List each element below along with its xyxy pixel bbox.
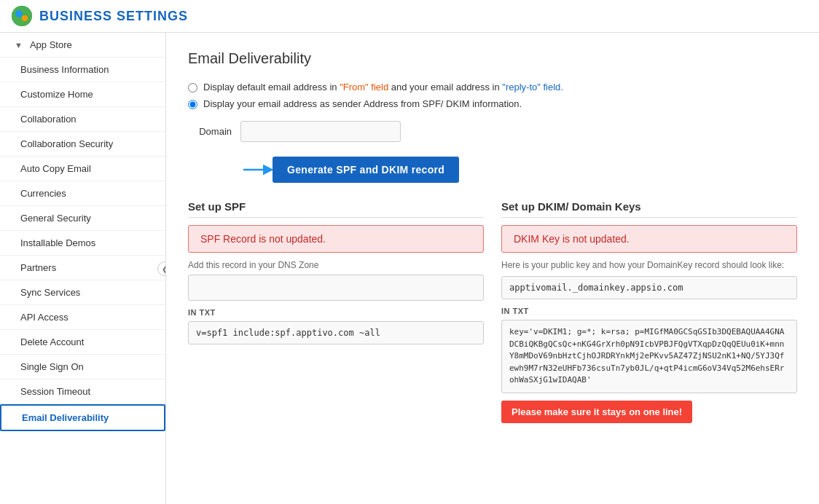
spf-dns-label: Add this record in your DNS Zone	[188, 260, 484, 270]
sidebar-item-label: Currencies	[15, 188, 66, 199]
sidebar-item-label: Auto Copy Email	[15, 163, 91, 174]
sidebar-item-single-sign-on[interactable]: Single Sign On	[0, 355, 165, 379]
app-title: BUSINESS SETTINGS	[39, 9, 188, 24]
sidebar-item-label: Customize Home	[15, 89, 93, 100]
sidebar-item-business-information[interactable]: Business Information	[0, 58, 165, 82]
sidebar-item-label: Collaboration Security	[15, 138, 113, 149]
radio-option1-label: Display default email address in "From" …	[203, 82, 563, 92]
spf-in-txt-label: IN TXT	[188, 308, 484, 317]
sidebar-item-label: App Store	[30, 39, 72, 50]
sidebar-item-label: General Security	[15, 213, 91, 224]
sidebar-item-general-security[interactable]: General Security	[0, 206, 165, 231]
arrow-icon	[240, 157, 273, 183]
sidebar-item-email-deliverability[interactable]: Email Deliverability	[0, 404, 165, 431]
sidebar-item-sync-services[interactable]: Sync Services	[0, 280, 165, 305]
sidebar-item-collaboration-security[interactable]: Collaboration Security	[0, 132, 165, 157]
chevron-down-icon: ▼	[15, 41, 23, 50]
generate-btn[interactable]: Generate SPF and DKIM record	[273, 157, 459, 183]
sidebar-item-label: Sync Services	[15, 287, 80, 298]
sidebar-item-label: Email Deliverability	[16, 412, 109, 423]
sidebar-item-session-timeout[interactable]: Session Timeout	[0, 379, 165, 404]
svg-point-1	[15, 10, 23, 17]
header: BUSINESS SETTINGS	[0, 0, 819, 33]
domain-row: Domain	[188, 121, 797, 142]
spf-error-box: SPF Record is not updated.	[188, 225, 484, 253]
logo	[12, 6, 32, 26]
radio-option2-row: Display your email address as sender Add…	[188, 98, 797, 109]
sidebar-item-installable-demos[interactable]: Installable Demos	[0, 231, 165, 256]
sidebar: ▼App StoreBusiness InformationCustomize …	[0, 33, 166, 504]
sidebar-item-customize-home[interactable]: Customize Home	[0, 82, 165, 107]
sidebar-item-app-store[interactable]: ▼App Store	[0, 33, 165, 58]
dkim-title: Set up DKIM/ Domain Keys	[501, 200, 797, 218]
spf-column: Set up SPF SPF Record is not updated. Ad…	[188, 200, 484, 423]
dkim-info: Here is your public key and how your Dom…	[501, 260, 797, 270]
radio-option2-label: Display your email address as sender Add…	[203, 98, 522, 109]
spf-dns-value	[188, 275, 484, 301]
radio-option2[interactable]	[188, 100, 197, 109]
sidebar-item-collaboration[interactable]: Collaboration	[0, 107, 165, 132]
radio-option1-row: Display default email address in "From" …	[188, 82, 797, 92]
sidebar-item-label: Session Timeout	[15, 386, 90, 397]
main-content: Email Deliverability Display default ema…	[166, 33, 819, 504]
sidebar-item-label: Collaboration	[15, 114, 77, 125]
reply-to-highlight: "reply-to" field.	[502, 82, 563, 92]
sidebar-item-label: Business Information	[15, 64, 109, 75]
sidebar-item-api-access[interactable]: API Access	[0, 305, 165, 330]
sidebar-item-currencies[interactable]: Currencies	[0, 181, 165, 206]
from-field-highlight: "From" field	[340, 82, 388, 92]
sidebar-item-label: Delete Account	[15, 336, 84, 347]
generate-row: Generate SPF and DKIM record	[240, 157, 797, 183]
dkim-domain-value: apptivomail._domainkey.appsio.com	[501, 276, 797, 299]
radio-group: Display default email address in "From" …	[188, 82, 797, 109]
sidebar-item-label: Partners	[15, 262, 56, 273]
sidebar-item-label: API Access	[15, 312, 68, 323]
spf-title: Set up SPF	[188, 200, 484, 218]
dkim-in-txt-label: IN TXT	[501, 307, 797, 315]
sidebar-item-label: Single Sign On	[15, 361, 84, 372]
dkim-error-box: DKIM Key is not updated.	[501, 225, 797, 253]
dkim-txt-value: key='v=DKIM1; g=*; k=rsa; p=MIGfMA0GCSqG…	[501, 320, 797, 393]
sidebar-item-label: Installable Demos	[15, 237, 95, 248]
dkim-column: Set up DKIM/ Domain Keys DKIM Key is not…	[501, 200, 797, 423]
radio-option1[interactable]	[188, 83, 197, 92]
page-title: Email Deliverability	[188, 50, 797, 67]
sidebar-item-delete-account[interactable]: Delete Account	[0, 330, 165, 355]
two-columns: Set up SPF SPF Record is not updated. Ad…	[188, 200, 797, 423]
dkim-warning-box: Please make sure it stays on one line!	[501, 401, 692, 423]
svg-point-2	[22, 15, 28, 21]
domain-label: Domain	[188, 126, 232, 137]
spf-txt-value: v=spf1 include:spf.apptivo.com ~all	[188, 321, 484, 344]
domain-input[interactable]	[240, 121, 401, 142]
sidebar-item-partners[interactable]: Partners	[0, 256, 165, 280]
sidebar-item-auto-copy-email[interactable]: Auto Copy Email	[0, 157, 165, 181]
